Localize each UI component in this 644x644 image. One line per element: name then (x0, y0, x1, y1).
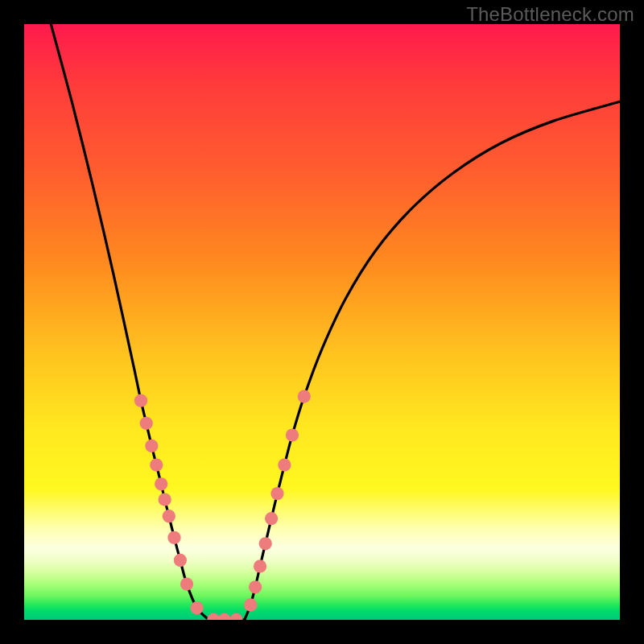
data-marker (190, 601, 203, 614)
data-marker (218, 613, 231, 620)
data-marker (259, 537, 272, 550)
data-marker (159, 493, 171, 506)
data-marker (270, 487, 283, 500)
data-marker (145, 440, 158, 452)
data-marker (167, 531, 180, 544)
watermark-text: TheBottleneck.com (466, 3, 634, 26)
bottleneck-curve (51, 24, 620, 620)
data-marker (298, 390, 311, 402)
markers-valley (207, 613, 242, 620)
data-marker (286, 428, 299, 441)
data-marker (244, 598, 257, 611)
chart-container: TheBottleneck.com (0, 0, 644, 644)
data-marker (134, 394, 147, 407)
data-marker (254, 559, 266, 572)
data-marker (249, 580, 262, 593)
data-marker (163, 510, 175, 522)
chart-svg (24, 24, 620, 620)
markers-right (244, 390, 311, 611)
plot-area (24, 24, 620, 620)
data-marker (278, 458, 291, 471)
data-marker (155, 477, 167, 490)
data-marker (229, 613, 242, 620)
data-marker (174, 554, 187, 567)
data-marker (180, 577, 193, 590)
data-marker (150, 458, 163, 471)
markers-left (134, 394, 204, 615)
data-marker (140, 417, 153, 430)
data-marker (265, 512, 278, 525)
